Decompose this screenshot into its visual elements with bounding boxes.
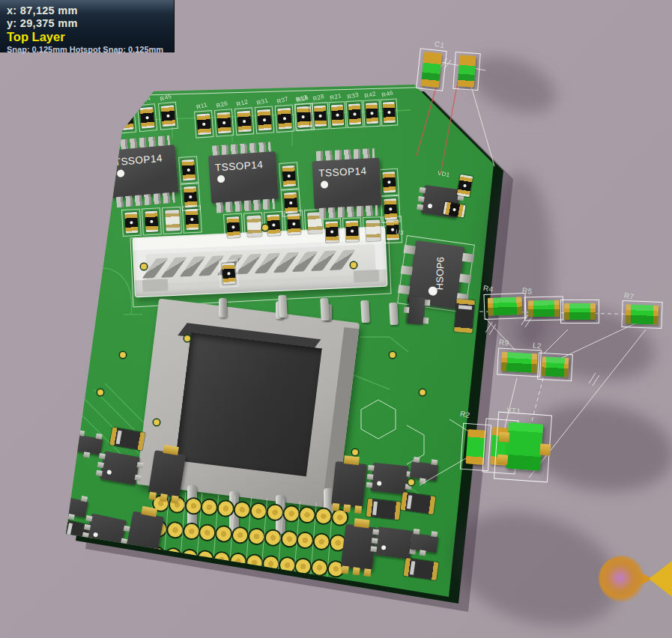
resistor-group[interactable]: R41R44R45 — [117, 93, 180, 98]
passive-courtyard — [381, 195, 401, 223]
gold-pad[interactable] — [234, 502, 249, 517]
gold-pad[interactable] — [314, 535, 329, 550]
smd-resistor[interactable] — [383, 102, 396, 124]
floating-resistor[interactable] — [528, 300, 560, 318]
floating-resistor[interactable] — [564, 303, 596, 320]
smd-capacitor[interactable] — [366, 219, 381, 241]
selected-part-courtyard[interactable] — [452, 52, 480, 91]
smd-resistor[interactable] — [196, 113, 211, 135]
smd-resistor[interactable] — [118, 109, 133, 130]
selected-part-courtyard[interactable] — [560, 300, 599, 323]
gold-pad[interactable] — [167, 523, 182, 538]
via — [420, 389, 426, 395]
smd-resistor[interactable] — [331, 104, 344, 126]
smd-resistor[interactable] — [257, 109, 272, 131]
passive-courtyard — [342, 217, 362, 245]
smd-capacitor[interactable] — [246, 215, 261, 237]
smd-resistor[interactable] — [382, 171, 396, 193]
smd-resistor[interactable] — [314, 105, 327, 127]
via — [262, 225, 268, 231]
floating-capacitor[interactable] — [458, 55, 476, 87]
selected-part-courtyard[interactable] — [537, 353, 573, 381]
gold-pad[interactable] — [283, 506, 298, 521]
smd-capacitor[interactable] — [165, 210, 180, 231]
resistor-courtyard — [255, 106, 274, 134]
floating-transistor-vt1[interactable] — [506, 422, 543, 471]
gold-pad[interactable] — [218, 501, 233, 516]
smd-resistor[interactable] — [145, 210, 158, 232]
sot23-transistor[interactable] — [58, 496, 88, 517]
smd-resistor[interactable] — [284, 192, 298, 213]
sot23-5-ic[interactable] — [100, 451, 140, 485]
smd-resistor[interactable] — [226, 216, 240, 238]
smd-resistor[interactable] — [160, 105, 175, 127]
floating-ref-label: R7 — [623, 291, 635, 301]
smd-resistor[interactable] — [282, 165, 296, 187]
smd-resistor[interactable] — [345, 220, 359, 242]
sot223-regulator[interactable] — [148, 450, 187, 498]
smd-resistor[interactable] — [222, 263, 235, 285]
dashed-selection-box[interactable] — [62, 329, 86, 350]
smd-resistor[interactable] — [267, 214, 280, 236]
floating-ref-label: VT1 — [506, 406, 521, 416]
tantalum-capacitor[interactable] — [454, 299, 475, 333]
selected-part-courtyard[interactable] — [524, 297, 564, 321]
sot223-regulator[interactable] — [331, 461, 367, 508]
floating-capacitor[interactable] — [421, 52, 443, 88]
passive-courtyard — [162, 207, 182, 234]
smd-resistor[interactable] — [184, 186, 198, 207]
floating-resistor[interactable] — [626, 304, 659, 325]
smd-resistor[interactable] — [384, 198, 397, 220]
sot23-5-ic[interactable] — [375, 526, 414, 559]
smd-resistor[interactable] — [297, 106, 309, 128]
transformer-pin — [219, 298, 227, 318]
gold-pad[interactable] — [267, 505, 282, 520]
tantalum-capacitor[interactable] — [366, 499, 401, 520]
resistor-courtyard — [194, 110, 214, 139]
smd-resistor[interactable] — [277, 108, 292, 130]
smd-resistor[interactable] — [217, 112, 231, 133]
selected-part-courtyard[interactable] — [621, 300, 662, 329]
gold-pad[interactable] — [297, 533, 312, 548]
selected-part-courtyard[interactable] — [494, 412, 552, 483]
smd-resistor[interactable] — [237, 111, 252, 133]
tssop14-chip[interactable]: TSSOP14 — [312, 148, 383, 219]
gold-pad[interactable] — [202, 499, 217, 514]
gold-pad[interactable] — [312, 560, 327, 575]
light-source-sphere[interactable] — [599, 556, 645, 602]
via — [408, 479, 414, 485]
selected-part-courtyard[interactable] — [483, 293, 526, 320]
floating-resistor[interactable] — [500, 352, 537, 373]
gold-pad[interactable] — [251, 503, 266, 518]
smd-resistor[interactable] — [124, 212, 138, 234]
tssop14-chip[interactable]: TSSOP14 — [208, 142, 279, 213]
smd-resistor[interactable] — [325, 221, 339, 243]
gold-pad[interactable] — [186, 498, 201, 513]
smd-resistor[interactable] — [348, 103, 361, 125]
sot23-5-ic[interactable] — [370, 463, 409, 495]
gold-pad[interactable] — [217, 526, 231, 541]
gold-pad[interactable] — [232, 528, 247, 543]
gold-pad[interactable] — [296, 559, 311, 574]
floating-resistor[interactable] — [488, 297, 523, 316]
gold-pad[interactable] — [265, 530, 280, 545]
smd-resistor[interactable] — [366, 103, 378, 124]
gold-pad[interactable] — [200, 526, 215, 541]
sot23-transistor[interactable] — [407, 297, 426, 325]
gold-pad[interactable] — [184, 524, 199, 539]
smd-resistor[interactable] — [139, 107, 154, 129]
tssop14-chip[interactable]: TSSOP14 — [106, 135, 180, 208]
smd-resistor[interactable] — [181, 160, 196, 181]
smd-resistor[interactable] — [185, 209, 199, 231]
gold-pad[interactable] — [300, 507, 315, 522]
via — [154, 419, 160, 425]
pcb-3d-viewport[interactable]: HSOP6 R41R44R45R11R26R12R31R37R16R13R28R… — [0, 0, 672, 638]
snap-readout: Snap: 0.125mm Hotspot Snap: 0.125mm — [7, 45, 174, 55]
selected-part-courtyard[interactable] — [416, 48, 447, 91]
gold-pad[interactable] — [282, 532, 297, 547]
floating-resistor[interactable] — [541, 356, 569, 377]
gold-pad[interactable] — [249, 529, 264, 544]
passive-courtyard — [363, 216, 382, 244]
gold-pad[interactable] — [316, 508, 331, 523]
selected-part-courtyard[interactable] — [497, 348, 542, 377]
